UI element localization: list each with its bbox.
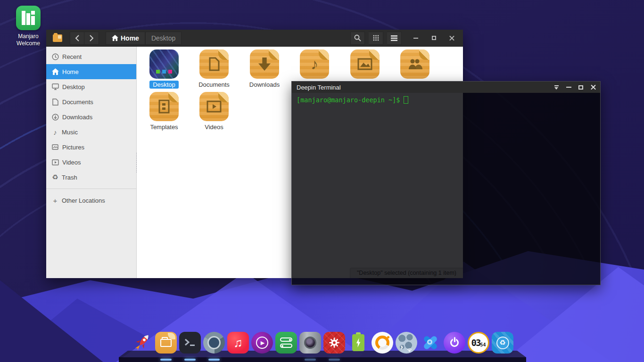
home-icon [51, 68, 59, 75]
documents-icon [51, 99, 59, 106]
desktop-preview-icon [149, 49, 179, 79]
sidebar-item-recent[interactable]: Recent [46, 49, 136, 64]
sidebar-item-home[interactable]: Home [46, 64, 136, 79]
dock-item-network[interactable] [396, 331, 417, 354]
sidebar-item-other-locations[interactable]: + Other Locations [46, 193, 136, 208]
sidebar-item-documents[interactable]: Documents [46, 94, 136, 109]
folder-people-icon [407, 58, 422, 70]
search-icon [354, 34, 361, 41]
dock-item-shutdown[interactable] [444, 331, 465, 354]
home-icon [112, 35, 118, 41]
terminal-title: Deepin Terminal [297, 84, 341, 91]
desktop-icon-manjaro-welcome[interactable]: Manjaro Welcome [8, 6, 48, 47]
terminal-output[interactable]: [manjaro@manjaro-deepin ~]$ [292, 93, 600, 285]
file-item-downloads[interactable]: Downloads [242, 49, 287, 89]
breadcrumb-desktop[interactable]: Desktop [145, 32, 182, 45]
terminal-minimize-button[interactable] [562, 82, 575, 92]
menu-button[interactable] [387, 32, 402, 45]
sidebar-item-pictures[interactable]: Pictures [46, 140, 136, 155]
dock-item-file-manager[interactable] [155, 331, 177, 354]
file-item-music[interactable]: ♪ [292, 49, 337, 81]
recent-icon [51, 53, 59, 60]
music-icon: ♪ [51, 128, 59, 136]
back-button[interactable] [70, 32, 84, 45]
breadcrumb-home[interactable]: Home [106, 32, 145, 45]
dock-item-power-manager[interactable] [347, 331, 369, 354]
folder-template-icon [158, 99, 170, 114]
dock-item-tweaks[interactable] [275, 331, 297, 354]
media-player-icon: ▶ [251, 332, 273, 354]
sidebar: Recent Home Desktop Documents Downloads [46, 47, 137, 278]
sidebar-item-trash[interactable]: ♻ Trash [46, 170, 136, 185]
file-item-public[interactable] [392, 49, 438, 81]
terminal-maximize-button[interactable] [575, 82, 587, 92]
network-globe-icon [396, 332, 417, 354]
running-indicator [208, 359, 220, 361]
dock-item-trash[interactable]: ♻ [492, 331, 513, 354]
rocket-launcher-icon [127, 328, 157, 358]
desktop-icon [51, 83, 59, 90]
dock-item-control-center[interactable] [323, 331, 345, 354]
terminal-menu-button[interactable] [550, 82, 562, 92]
file-item-videos[interactable]: Videos [191, 92, 237, 131]
close-icon [449, 35, 454, 41]
dock-item-launcher[interactable] [131, 331, 153, 354]
maximize-icon [432, 36, 436, 40]
forward-button[interactable] [84, 32, 99, 45]
sidebar-item-desktop[interactable]: Desktop [46, 79, 136, 94]
trash-icon: ♻ [51, 173, 59, 181]
file-item-desktop[interactable]: Desktop [141, 49, 187, 89]
close-button[interactable] [448, 34, 455, 42]
clock-icon: 0354 [468, 332, 489, 354]
chevron-right-icon [89, 35, 94, 41]
dock-item-browser[interactable] [203, 331, 225, 354]
folder-document-icon [207, 57, 221, 72]
terminal-close-button[interactable] [587, 82, 599, 92]
camera-icon [299, 332, 321, 354]
dock-item-volume[interactable] [372, 331, 393, 354]
maximize-button[interactable] [430, 34, 438, 42]
grid-view-button[interactable] [369, 32, 383, 45]
terminal-titlebar[interactable]: Deepin Terminal [292, 82, 600, 93]
power-icon [444, 332, 465, 354]
minimize-button[interactable] [412, 34, 420, 42]
running-indicator [184, 359, 196, 361]
dock-item-music[interactable]: ♫ [227, 331, 249, 354]
x-logo-icon [420, 332, 441, 354]
plus-icon: + [51, 197, 59, 205]
breadcrumb: Home Desktop [106, 32, 182, 45]
manjaro-logo-icon [16, 6, 41, 30]
terminal-cursor [404, 96, 408, 104]
dock-item-clock[interactable]: 0354 [468, 331, 489, 354]
file-manager-icon [155, 332, 177, 354]
desktop-icon-label: Manjaro Welcome [8, 33, 48, 47]
sidebar-divider [46, 189, 136, 189]
file-item-documents[interactable]: Documents [191, 49, 237, 89]
search-button[interactable] [350, 32, 365, 45]
dock-item-deepin-app[interactable] [420, 331, 441, 354]
file-item-pictures[interactable] [342, 49, 388, 81]
running-indicator [160, 359, 172, 361]
sidebar-item-music[interactable]: ♪ Music [46, 124, 136, 140]
files-app-icon [53, 34, 62, 42]
folder-music-icon: ♪ [311, 56, 318, 73]
terminal-prompt: [manjaro@manjaro-deepin ~]$ [297, 96, 400, 104]
file-item-templates[interactable]: Templates [141, 92, 187, 131]
chevron-left-icon [75, 35, 80, 41]
terminal-icon [179, 332, 201, 354]
hamburger-menu-icon [391, 35, 397, 41]
sidebar-item-videos[interactable]: Videos [46, 155, 136, 170]
terminal-window: Deepin Terminal [manjaro@manjaro-deepin … [291, 81, 601, 285]
dock-item-media-player[interactable]: ▶ [251, 331, 273, 354]
browser-icon [203, 332, 225, 354]
switch-toggles-icon [275, 332, 297, 354]
gear-icon [323, 332, 345, 354]
downloads-icon [51, 114, 59, 121]
dock-item-terminal[interactable] [179, 331, 201, 354]
file-manager-headerbar: Home Desktop [46, 30, 463, 47]
recycle-icon: ♻ [492, 332, 513, 354]
videos-icon [51, 159, 59, 165]
sidebar-item-downloads[interactable]: Downloads [46, 109, 136, 124]
lightning-bolt-icon [355, 338, 362, 347]
dock-item-camera[interactable] [299, 331, 321, 354]
